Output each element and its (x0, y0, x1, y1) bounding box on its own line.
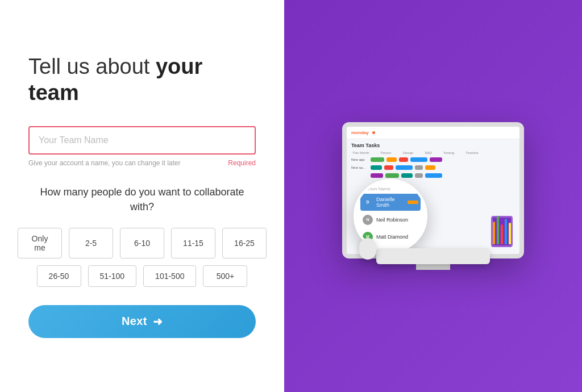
avatar-danielle: D (363, 197, 373, 207)
logo-dot (372, 131, 375, 134)
options-row-1: Only me 2-5 6-10 11-15 16-25 (28, 228, 256, 258)
pencil-3 (501, 224, 503, 244)
table-row: New sp... (351, 164, 515, 171)
option-11-15[interactable]: 11-15 (171, 228, 215, 258)
arrow-icon: ➜ (153, 315, 163, 328)
magnifier-row-neil: N Neil Robinson (360, 212, 421, 228)
right-panel: monday Team Tasks This Month Person Desi… (284, 0, 582, 392)
person-name-danielle: Danielle Smith (376, 197, 408, 208)
option-26-50[interactable]: 26-50 (37, 265, 81, 287)
input-hint-text: Give your account a name, you can change… (28, 159, 181, 167)
option-500plus[interactable]: 500+ (203, 265, 247, 287)
screen-title: Team Tasks (351, 143, 515, 148)
person-name-matt: Matt Diamond (376, 234, 408, 240)
option-only-me[interactable]: Only me (18, 228, 62, 258)
monday-logo: monday (351, 130, 369, 135)
page-headline: Tell us about your team (28, 54, 256, 106)
pencil-cup (491, 216, 513, 247)
option-16-25[interactable]: 16-25 (222, 228, 267, 258)
monitor-container: monday Team Tasks This Month Person Desi… (342, 122, 524, 270)
option-51-100[interactable]: 51-100 (88, 265, 137, 287)
team-name-input[interactable] (28, 126, 256, 155)
pencil-5 (509, 223, 511, 244)
options-grid: Only me 2-5 6-10 11-15 16-25 26-50 51-10… (28, 228, 256, 287)
option-6-10[interactable]: 6-10 (120, 228, 164, 258)
required-label: Required (228, 159, 256, 167)
next-label: Next (122, 315, 147, 328)
input-hint-row: Give your account a name, you can change… (28, 159, 256, 167)
left-panel: Tell us about your team Give your accoun… (0, 0, 284, 392)
danielle-status-pill (408, 201, 418, 204)
monitor-wrapper: monday Team Tasks This Month Person Desi… (325, 88, 541, 304)
magnifier-row-danielle: D Danielle Smith (360, 194, 421, 211)
avatar-neil: N (363, 215, 373, 225)
table-row: New app (351, 156, 515, 163)
option-101-500[interactable]: 101-500 (143, 265, 196, 287)
pencil-2 (497, 216, 499, 244)
monitor-bar: monday (347, 127, 519, 139)
options-row-2: 26-50 51-100 101-500 500+ (28, 265, 256, 287)
screen-table-header: This Month Person Design R&D Testing Tim… (351, 151, 515, 155)
table-row (351, 172, 515, 179)
collaborate-question: How many people do you want to collabora… (28, 185, 256, 214)
screen-content: Team Tasks This Month Person Design R&D … (347, 139, 519, 184)
person-name-neil: Neil Robinson (376, 217, 408, 223)
pencil-1 (493, 222, 495, 244)
mouse-illustration (359, 238, 376, 260)
next-button[interactable]: Next ➜ (28, 305, 256, 338)
option-2-5[interactable]: 2-5 (69, 228, 113, 258)
headline-text-start: Tell us about (28, 55, 156, 78)
pencil-4 (505, 219, 507, 244)
keyboard-illustration (376, 248, 490, 264)
magnifier-column-label: Person Name (360, 186, 421, 191)
